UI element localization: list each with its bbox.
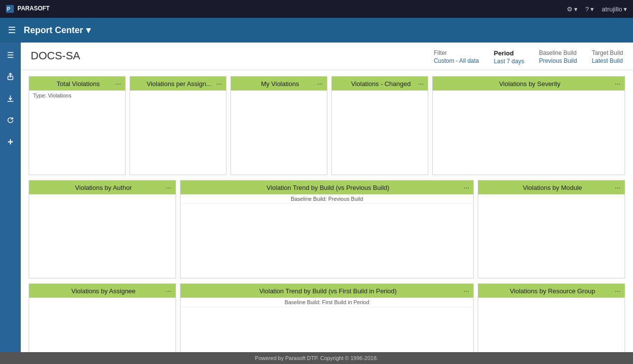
parasoft-logo: P PARASOFT: [6, 5, 49, 13]
widget-my-violations: My Violations ···: [230, 76, 327, 175]
widget-title-total-violations: Total Violations: [41, 80, 115, 88]
widget-menu-violations-by-resource-group[interactable]: ···: [615, 287, 621, 295]
top-nav: P PARASOFT ⚙ ▾ ? ▾ atrujillo ▾: [0, 0, 633, 18]
grid-row-2: Violations by Author ··· Violation Trend…: [29, 180, 625, 278]
sidebar-refresh-icon[interactable]: [3, 113, 18, 128]
widget-body-violations-by-module: [478, 194, 625, 269]
widget-title-violations-by-author: Violations by Author: [41, 184, 166, 191]
widget-subheader-violation-trend-prev: Baseline Build: Previous Build: [181, 194, 473, 204]
sidebar: ☰ +: [0, 43, 21, 364]
widget-header-violations-by-resource-group: Violations by Resource Group ···: [478, 284, 625, 298]
widget-violation-trend-prev: Violation Trend by Build (vs Previous Bu…: [180, 180, 474, 278]
widget-body-total-violations: [29, 100, 125, 175]
widget-title-violation-trend-prev: Violation Trend by Build (vs Previous Bu…: [192, 184, 463, 191]
widget-violations-by-severity: Violations by Severity ···: [432, 76, 625, 175]
sidebar-menu-icon[interactable]: ☰: [3, 47, 18, 62]
widget-violations-changed: Violations - Changed ···: [331, 76, 428, 175]
widget-title-violations-by-severity: Violations by Severity: [445, 80, 615, 88]
page-title: DOCS-SA: [31, 49, 80, 62]
period-group: Period Last 7 days: [494, 49, 524, 65]
widget-menu-violations-changed[interactable]: ···: [418, 80, 424, 88]
widget-body-violation-trend-prev: [181, 204, 473, 278]
sidebar-add-icon[interactable]: +: [3, 135, 18, 149]
widget-body-violations-per-assign: [130, 91, 226, 165]
widget-header-violations-by-severity: Violations by Severity ···: [433, 77, 625, 91]
widget-header-violation-trend-prev: Violation Trend by Build (vs Previous Bu…: [181, 181, 473, 194]
filter-value[interactable]: Custom - All data: [434, 57, 479, 64]
settings-button[interactable]: ⚙ ▾: [567, 5, 578, 13]
widget-menu-violations-by-assignee[interactable]: ···: [166, 287, 172, 295]
widget-header-violations-by-module: Violations by Module ···: [478, 181, 625, 194]
top-nav-left: P PARASOFT: [6, 5, 49, 13]
baseline-build-label: Baseline Build: [539, 49, 577, 56]
hamburger-icon[interactable]: ☰: [8, 25, 16, 36]
target-build-value[interactable]: Latest Build: [592, 57, 623, 64]
widget-body-my-violations: [231, 91, 327, 165]
report-center-title[interactable]: Report Center ▾: [24, 25, 90, 36]
period-label: Period: [494, 49, 514, 57]
widget-menu-violation-trend-first[interactable]: ···: [463, 287, 469, 295]
footer-text: Powered by Parasoft DTP. Copyright © 199…: [255, 355, 378, 361]
widget-menu-total-violations[interactable]: ···: [115, 80, 121, 88]
widget-title-my-violations: My Violations: [243, 80, 317, 88]
widget-header-violations-per-assign: Violations per Assign... ···: [130, 77, 226, 91]
widget-violations-by-author: Violations by Author ···: [29, 180, 176, 278]
baseline-build-group: Baseline Build Previous Build: [539, 49, 577, 64]
filter-label: Filter: [434, 49, 447, 56]
widget-header-my-violations: My Violations ···: [231, 77, 327, 91]
main-layout: ☰ + DOCS-SA: [0, 43, 633, 364]
widget-header-violations-by-assignee: Violations by Assignee ···: [29, 284, 176, 298]
widget-header-violations-by-author: Violations by Author ···: [29, 181, 176, 194]
footer: Powered by Parasoft DTP. Copyright © 199…: [0, 352, 633, 364]
widget-menu-violations-by-severity[interactable]: ···: [615, 80, 621, 88]
widget-menu-my-violations[interactable]: ···: [317, 80, 323, 88]
widget-violations-by-module: Violations by Module ···: [478, 180, 625, 278]
widget-menu-violation-trend-prev[interactable]: ···: [463, 183, 469, 191]
widget-header-violation-trend-first: Violation Trend by Build (vs First Build…: [181, 284, 473, 298]
user-menu[interactable]: atrujillo ▾: [602, 5, 627, 13]
widget-title-violations-changed: Violations - Changed: [344, 80, 418, 88]
widget-title-violations-per-assign: Violations per Assign...: [142, 80, 216, 88]
header-dropdown-icon: ▾: [86, 25, 90, 36]
widget-title-violation-trend-first: Violation Trend by Build (vs First Build…: [192, 287, 463, 295]
widget-title-violations-by-resource-group: Violations by Resource Group: [490, 287, 615, 295]
header-title: Report Center: [24, 25, 83, 36]
widget-title-violations-by-module: Violations by Module: [490, 184, 615, 191]
widget-body-violations-changed: [332, 91, 428, 165]
help-button[interactable]: ? ▾: [586, 5, 594, 13]
target-build-group: Target Build Latest Build: [592, 49, 623, 64]
widget-subheader-violation-trend-first: Baseline Build: First Build in Period: [181, 298, 473, 307]
header-bar: ☰ Report Center ▾: [0, 18, 633, 43]
main-content: DOCS-SA Filter Custom - All data Period …: [21, 43, 633, 364]
sidebar-download-icon[interactable]: [3, 91, 18, 106]
page-header: DOCS-SA Filter Custom - All data Period …: [21, 43, 633, 70]
widget-type-total-violations: Type: Violations: [29, 91, 125, 100]
widget-menu-violations-by-module[interactable]: ···: [615, 183, 621, 191]
filter-group: Filter Custom - All data: [434, 49, 479, 64]
widget-menu-violations-by-author[interactable]: ···: [166, 183, 172, 191]
widget-header-violations-changed: Violations - Changed ···: [332, 77, 428, 91]
dashboard-grid: Total Violations ··· Type: Violations Vi…: [21, 70, 633, 364]
widget-menu-violations-per-assign[interactable]: ···: [216, 80, 222, 88]
widget-violations-per-assign: Violations per Assign... ···: [130, 76, 226, 175]
target-build-label: Target Build: [592, 49, 623, 56]
baseline-build-value[interactable]: Previous Build: [539, 57, 577, 64]
grid-row-1: Total Violations ··· Type: Violations Vi…: [29, 76, 625, 175]
widget-body-violations-by-severity: [433, 91, 625, 165]
top-nav-right: ⚙ ▾ ? ▾ atrujillo ▾: [567, 5, 627, 13]
widget-title-violations-by-assignee: Violations by Assignee: [41, 287, 166, 295]
sidebar-share-icon[interactable]: [3, 69, 18, 84]
widget-header-total-violations: Total Violations ···: [29, 77, 125, 91]
svg-text:P: P: [7, 6, 10, 12]
widget-body-violations-by-author: [29, 194, 176, 269]
logo-text: PARASOFT: [17, 5, 49, 12]
period-value[interactable]: Last 7 days: [494, 58, 524, 65]
filter-section: Filter Custom - All data Period Last 7 d…: [434, 49, 623, 65]
widget-total-violations: Total Violations ··· Type: Violations: [29, 76, 126, 175]
